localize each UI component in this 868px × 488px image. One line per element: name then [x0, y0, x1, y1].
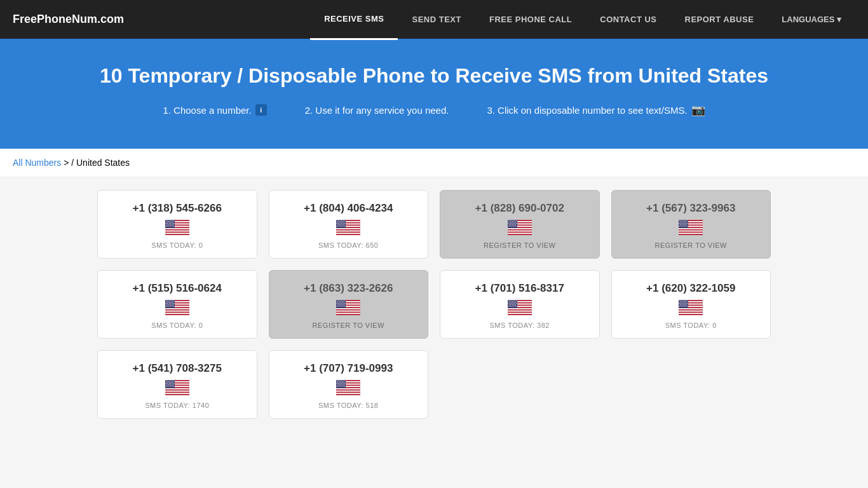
svg-point-27: [169, 224, 170, 225]
nav-receive-sms[interactable]: RECEIVE SMS: [310, 0, 398, 40]
svg-point-201: [340, 303, 341, 304]
svg-point-63: [341, 224, 341, 225]
svg-rect-43: [336, 220, 346, 228]
svg-point-320: [168, 386, 169, 386]
svg-point-164: [167, 303, 168, 304]
svg-point-134: [681, 224, 682, 225]
nav-free-phone-call[interactable]: FREE PHONE CALL: [475, 0, 586, 39]
sms-count: SMS TODAY: 518: [277, 402, 421, 409]
phone-card[interactable]: +1 (804) 406-4234 SMS TODAY: 650: [269, 190, 429, 259]
phone-card[interactable]: +1 (707) 719-0993 SMS TODAY: 518: [269, 350, 429, 419]
svg-point-142: [686, 226, 686, 226]
svg-point-282: [679, 306, 680, 306]
svg-rect-112: [679, 228, 703, 229]
nav-contact-us[interactable]: CONTACT US: [586, 0, 670, 39]
svg-point-82: [511, 220, 512, 220]
svg-point-357: [341, 386, 342, 386]
svg-point-125: [684, 222, 685, 222]
phone-card[interactable]: +1 (701) 516-8317 SMS TODAY: 382: [440, 270, 600, 339]
svg-point-341: [342, 382, 342, 383]
svg-point-116: [679, 220, 680, 220]
svg-point-163: [165, 303, 166, 304]
phone-card[interactable]: +1 (318) 545-6266 SMS TODAY: 0: [97, 190, 257, 259]
svg-point-173: [172, 304, 173, 305]
svg-point-30: [165, 226, 166, 226]
svg-point-70: [343, 226, 344, 226]
svg-point-28: [171, 224, 172, 225]
svg-point-54: [344, 222, 344, 222]
breadcrumb-all-numbers[interactable]: All Numbers: [13, 158, 61, 168]
svg-point-99: [512, 224, 512, 225]
us-flag-icon: [679, 220, 703, 235]
us-flag-icon: [508, 220, 532, 235]
svg-point-86: [508, 222, 509, 222]
svg-point-244: [513, 304, 514, 305]
svg-rect-185: [336, 311, 360, 312]
svg-point-20: [167, 223, 168, 224]
breadcrumb: All Numbers > / United States: [0, 149, 868, 177]
svg-rect-292: [165, 388, 189, 390]
us-flag-icon: [165, 300, 189, 315]
svg-point-98: [510, 224, 511, 225]
svg-point-18: [172, 222, 173, 222]
svg-point-287: [687, 306, 688, 306]
svg-rect-295: [165, 380, 175, 388]
svg-point-297: [167, 380, 168, 381]
phone-card[interactable]: +1 (541) 708-3275 SMS TODAY: 1740: [97, 350, 257, 419]
svg-point-29: [172, 224, 173, 225]
svg-point-337: [344, 380, 345, 381]
svg-point-211: [338, 306, 339, 306]
svg-point-121: [687, 220, 688, 220]
svg-point-285: [684, 306, 684, 306]
svg-point-213: [341, 306, 342, 306]
svg-point-250: [514, 306, 515, 306]
svg-rect-7: [165, 220, 175, 228]
svg-point-94: [513, 223, 513, 224]
sms-count: SMS TODAY: 0: [620, 322, 763, 329]
phone-card[interactable]: +1 (515) 516-0624 SMS TODAY: 0: [97, 270, 257, 339]
svg-point-101: [515, 224, 515, 225]
svg-point-51: [339, 222, 339, 222]
svg-point-129: [682, 223, 683, 224]
step-2: 2. Use it for any service you need.: [305, 103, 449, 117]
svg-point-175: [167, 306, 168, 306]
info-icon[interactable]: i: [255, 104, 267, 116]
sms-count: SMS TODAY: 650: [277, 241, 421, 249]
svg-point-323: [173, 386, 174, 386]
svg-point-336: [343, 380, 344, 381]
svg-point-106: [514, 226, 515, 226]
svg-point-104: [511, 226, 512, 226]
svg-point-200: [338, 303, 339, 304]
svg-point-205: [337, 304, 338, 305]
svg-rect-5: [165, 231, 189, 232]
svg-point-196: [341, 302, 341, 302]
svg-point-62: [339, 224, 339, 225]
svg-rect-79: [508, 220, 517, 228]
svg-point-9: [167, 220, 168, 220]
svg-point-90: [515, 222, 515, 222]
svg-point-179: [173, 306, 174, 306]
breadcrumb-current: United States: [76, 158, 130, 168]
svg-rect-220: [508, 308, 532, 309]
svg-point-13: [173, 220, 174, 220]
svg-point-68: [340, 226, 341, 226]
svg-point-353: [344, 384, 344, 385]
svg-point-25: [166, 224, 166, 225]
phone-card[interactable]: +1 (620) 322-1059 SMS TODAY: 0: [611, 270, 771, 339]
svg-point-281: [686, 304, 687, 305]
svg-point-192: [343, 300, 344, 301]
svg-point-118: [682, 220, 683, 220]
svg-point-277: [680, 304, 681, 305]
svg-point-318: [165, 386, 166, 386]
svg-point-57: [340, 223, 341, 224]
svg-point-16: [169, 222, 170, 222]
nav-languages[interactable]: LANGUAGES ▾: [768, 0, 855, 39]
nav-report-abuse[interactable]: REPORT ABUSE: [671, 0, 768, 39]
svg-point-105: [513, 226, 513, 226]
svg-point-55: [337, 223, 337, 224]
svg-point-67: [338, 226, 339, 226]
nav-send-text[interactable]: SEND TEXT: [398, 0, 475, 39]
svg-point-243: [512, 304, 512, 305]
svg-point-24: [173, 223, 174, 224]
svg-point-241: [508, 304, 509, 305]
